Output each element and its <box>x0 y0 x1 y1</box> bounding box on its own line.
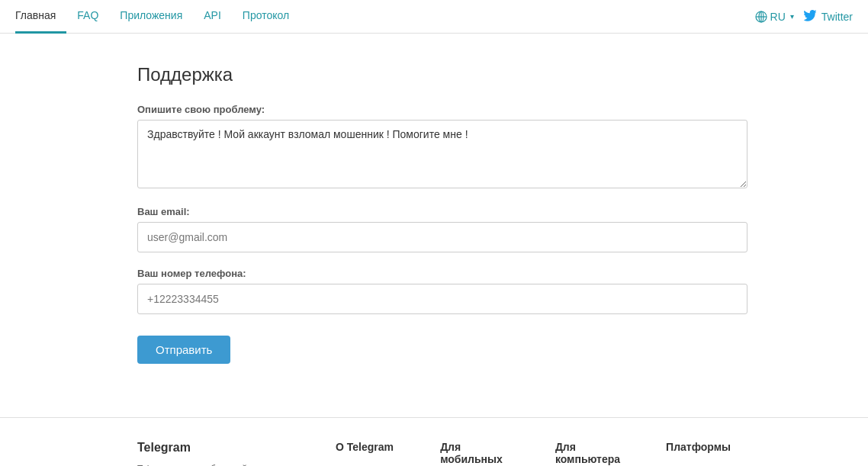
footer-brand-name: Telegram <box>137 441 290 455</box>
footer-col-platforms: Платформы API Переводы Instant View <box>666 441 731 466</box>
twitter-label: Twitter <box>821 11 853 23</box>
footer-col-mobile: Для мобильных iPhone/iPad Android Мобиль… <box>440 441 510 466</box>
email-group: Ваш email: <box>137 206 731 252</box>
problem-group: Опишите свою проблему: Здравствуйте ! Мо… <box>137 104 731 191</box>
chevron-down-icon: ▾ <box>790 12 794 21</box>
nav-item-home[interactable]: Главная <box>15 0 66 34</box>
problem-label: Опишите свою проблему: <box>137 104 731 115</box>
main-content: Поддержка Опишите свою проблему: Здравст… <box>0 34 868 394</box>
footer-col-title-platforms: Платформы <box>666 441 731 453</box>
footer-col-desktop: Для компьютера PC/Mac/Linux macOS Веб-ве… <box>555 441 620 466</box>
nav-right: RU ▾ Twitter <box>755 10 853 24</box>
phone-input[interactable] <box>137 284 747 314</box>
support-form: Опишите свою проблему: Здравствуйте ! Мо… <box>137 104 731 364</box>
nav-links: Главная FAQ Приложения API Протокол <box>15 0 755 34</box>
submit-button[interactable]: Отправить <box>137 336 230 364</box>
nav-item-protocol[interactable]: Протокол <box>232 0 300 34</box>
email-label: Ваш email: <box>137 206 731 217</box>
phone-group: Ваш номер телефона: <box>137 268 731 314</box>
lang-label: RU <box>770 11 786 23</box>
footer-col-about: О Telegram FAQ Приватность Для СМИ <box>336 441 394 466</box>
page-title: Поддержка <box>137 64 731 85</box>
nav-item-faq[interactable]: FAQ <box>66 0 109 34</box>
language-selector[interactable]: RU ▾ <box>755 11 794 23</box>
footer-col-title-about: О Telegram <box>336 441 394 453</box>
footer: Telegram Telegram — это облачный мессенд… <box>0 418 868 466</box>
footer-col-title-desktop: Для компьютера <box>555 441 620 465</box>
globe-icon <box>755 11 767 23</box>
twitter-icon <box>803 10 817 24</box>
problem-textarea[interactable]: Здравствуйте ! Мой аккаунт взломал мошен… <box>137 120 747 188</box>
footer-brand-desc: Telegram — это облачный мессенджер для м… <box>137 462 290 466</box>
email-input[interactable] <box>137 222 747 252</box>
nav-item-api[interactable]: API <box>193 0 232 34</box>
footer-col-title-mobile: Для мобильных <box>440 441 510 465</box>
footer-brand: Telegram Telegram — это облачный мессенд… <box>137 441 290 466</box>
phone-label: Ваш номер телефона: <box>137 268 731 279</box>
navigation: Главная FAQ Приложения API Протокол RU ▾… <box>0 0 868 34</box>
twitter-link[interactable]: Twitter <box>803 10 853 24</box>
nav-item-apps[interactable]: Приложения <box>109 0 193 34</box>
